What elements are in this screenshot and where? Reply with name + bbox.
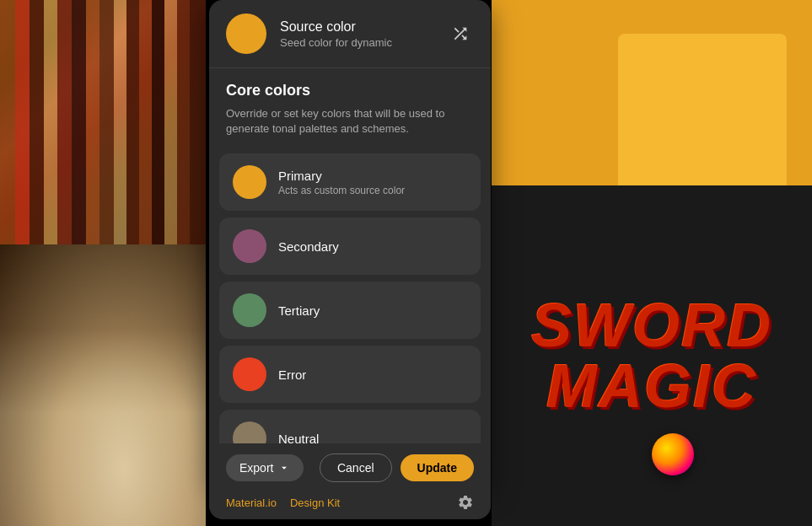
source-color-swatch bbox=[226, 13, 266, 54]
bg-books-top bbox=[0, 0, 206, 244]
secondary-swatch bbox=[233, 229, 266, 263]
bg-right: SWORD MAGIC bbox=[492, 0, 812, 526]
sword-text: SWORD bbox=[531, 295, 772, 356]
design-kit-link[interactable]: Design Kit bbox=[290, 496, 340, 509]
source-color-row[interactable]: Source color Seed color for dynamic bbox=[209, 0, 491, 68]
cancel-button[interactable]: Cancel bbox=[320, 454, 392, 482]
update-button[interactable]: Update bbox=[401, 454, 474, 481]
core-colors-section: Core colors Override or set key colors t… bbox=[209, 68, 491, 153]
color-item-secondary[interactable]: Secondary bbox=[219, 217, 481, 275]
export-button[interactable]: Export bbox=[226, 454, 304, 481]
color-panel: Source color Seed color for dynamic Core… bbox=[209, 0, 491, 489]
source-color-title: Source color bbox=[280, 19, 433, 35]
bg-books-bottom bbox=[0, 244, 206, 526]
error-info: Error bbox=[278, 368, 306, 382]
source-color-subtitle: Seed color for dynamic bbox=[280, 36, 433, 49]
primary-label: Primary bbox=[278, 169, 405, 183]
tertiary-swatch bbox=[233, 293, 266, 327]
primary-info: Primary Acts as custom source color bbox=[278, 169, 405, 196]
secondary-label: Secondary bbox=[278, 239, 339, 254]
decorative-ball bbox=[652, 433, 694, 475]
chevron-down-icon bbox=[278, 462, 290, 474]
core-colors-description: Override or set key colors that will be … bbox=[226, 106, 474, 137]
settings-button[interactable] bbox=[457, 494, 474, 511]
error-swatch bbox=[233, 357, 266, 391]
tertiary-info: Tertiary bbox=[278, 303, 320, 318]
footer-bar: Material.io Design Kit bbox=[209, 486, 491, 519]
magic-text: MAGIC bbox=[531, 356, 772, 416]
color-items-list: Primary Acts as custom source color Seco… bbox=[209, 153, 491, 489]
primary-swatch bbox=[233, 165, 266, 199]
color-item-primary[interactable]: Primary Acts as custom source color bbox=[219, 153, 481, 211]
shuffle-button[interactable] bbox=[447, 20, 474, 47]
bg-orange-top bbox=[492, 0, 812, 185]
secondary-info: Secondary bbox=[278, 239, 339, 254]
source-color-info: Source color Seed color for dynamic bbox=[280, 19, 433, 49]
export-label: Export bbox=[239, 461, 273, 475]
material-io-link[interactable]: Material.io bbox=[226, 496, 277, 509]
color-item-error[interactable]: Error bbox=[219, 346, 481, 403]
bg-dark-bottom: SWORD MAGIC bbox=[492, 185, 812, 526]
error-label: Error bbox=[278, 368, 306, 382]
color-item-tertiary[interactable]: Tertiary bbox=[219, 282, 481, 339]
primary-sublabel: Acts as custom source color bbox=[278, 185, 405, 196]
core-colors-title: Core colors bbox=[226, 82, 474, 99]
tertiary-label: Tertiary bbox=[278, 303, 320, 318]
